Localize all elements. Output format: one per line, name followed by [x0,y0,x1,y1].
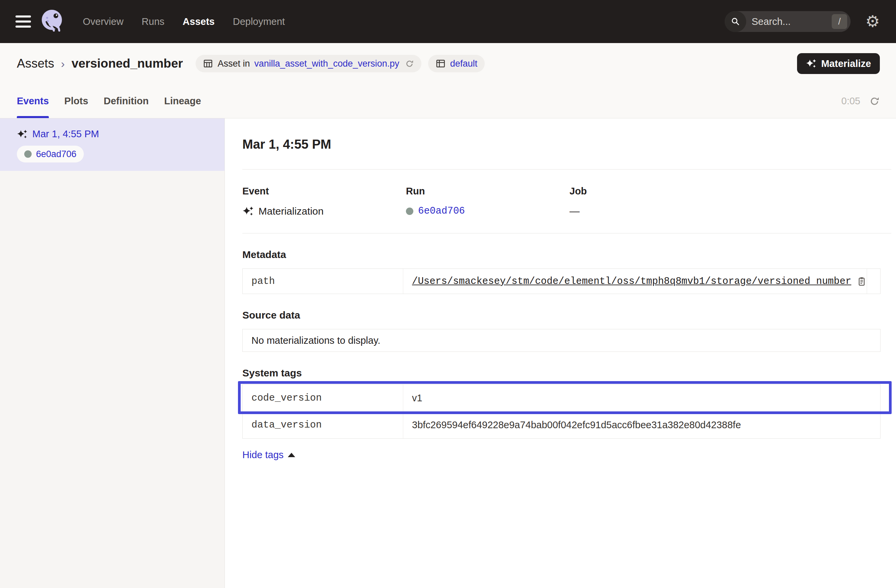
breadcrumb-chevron-icon: › [61,57,65,70]
event-list-item-selected[interactable]: Mar 1, 4:55 PM 6e0ad706 [0,119,224,171]
table-row: path /Users/smackesey/stm/code/elementl/… [243,269,880,294]
asset-tabs-row: Events Plots Definition Lineage 0:05 [0,84,896,119]
divider [242,233,891,234]
materialization-sparkle-icon [242,205,254,217]
table-grid-icon [203,59,213,68]
table-row-data-version: data_version 3bfc269594ef649228e9a74bab0… [243,412,880,438]
search-input[interactable] [751,16,815,27]
top-navigation: Overview Runs Assets Deployment [83,16,285,27]
events-sidebar: Mar 1, 4:55 PM 6e0ad706 [0,119,225,588]
nav-item-runs[interactable]: Runs [142,16,165,27]
asset-definition-pill: Asset in vanilla_asset_with_code_version… [195,55,421,72]
nav-item-overview[interactable]: Overview [83,16,123,27]
top-bar: Overview Runs Assets Deployment / ⚙ [0,0,896,43]
tab-definition[interactable]: Definition [104,84,149,118]
dagster-logo [40,8,66,35]
source-data-empty-text: No materializations to display. [251,335,380,346]
search-icon [725,11,746,32]
tag-key: code_version [243,384,403,412]
asset-pill-prefix: Asset in [218,59,250,69]
materialize-button[interactable]: Materialize [797,53,880,74]
event-summary: Event Materialization Run 6 [242,186,891,217]
event-type-value: Materialization [259,205,323,217]
table-row-code-version: code_version v1 [243,384,880,412]
system-tags-section-title: System tags [242,367,891,379]
copy-icon[interactable] [856,276,867,286]
metadata-section-title: Metadata [242,249,891,260]
run-column-label: Run [406,186,570,197]
system-tags-table: code_version v1 data_version 3bfc269594e… [242,384,881,439]
tab-lineage[interactable]: Lineage [164,84,201,118]
tab-events[interactable]: Events [17,84,49,118]
group-default-link[interactable]: default [450,59,477,69]
metadata-path-link[interactable]: /Users/smackesey/stm/code/elementl/oss/t… [412,276,851,287]
asset-file-link[interactable]: vanilla_asset_with_code_version.py [254,59,399,69]
tab-plots[interactable]: Plots [64,84,88,118]
settings-gear-icon[interactable]: ⚙ [866,14,880,30]
materialize-button-label: Materialize [821,58,871,69]
event-timestamp: Mar 1, 4:55 PM [32,129,99,140]
event-detail-panel: Mar 1, 4:55 PM Event Materialization [225,119,896,588]
hide-tags-label: Hide tags [242,450,284,460]
sparkle-icon [806,58,817,69]
metadata-key: path [243,269,403,294]
metadata-actions-cell [867,269,884,294]
tag-value: v1 [403,384,880,412]
metadata-table: path /Users/smackesey/stm/code/elementl/… [242,269,881,294]
event-column-label: Event [242,186,406,197]
menu-icon[interactable] [15,15,31,27]
asset-header: Assets › versioned_number Asset in vanil… [0,43,896,84]
run-id-link[interactable]: 6e0ad706 [418,205,465,217]
job-column-label: Job [570,186,733,197]
tag-key: data_version [243,412,403,438]
run-chip-id: 6e0ad706 [36,149,76,160]
tag-value: 3bfc269594ef649228e9a74bab00f042efc91d5a… [403,412,880,438]
divider [242,169,891,170]
hide-tags-toggle[interactable]: Hide tags [242,450,891,460]
source-data-empty-state: No materializations to display. [242,329,881,352]
run-chip[interactable]: 6e0ad706 [17,146,84,163]
materialization-sparkle-icon [17,129,27,140]
asset-group-pill: default [428,55,485,72]
breadcrumb-current-asset: versioned_number [72,56,183,71]
nav-item-deployment[interactable]: Deployment [233,16,285,27]
run-status-dot [24,150,32,158]
search-shortcut-badge: / [832,14,847,29]
run-status-dot [406,208,413,215]
job-empty-value: — [570,205,580,217]
search-box[interactable]: / [725,11,850,32]
event-heading: Mar 1, 4:55 PM [242,137,891,152]
breadcrumb-assets-link[interactable]: Assets [17,56,54,71]
source-data-section-title: Source data [242,310,891,321]
group-grid-icon [436,59,446,68]
refresh-icon[interactable] [869,96,880,106]
refresh-countdown: 0:05 [841,96,860,106]
collapse-arrow-icon [288,453,295,457]
reload-definition-icon[interactable] [405,59,414,68]
nav-item-assets[interactable]: Assets [183,16,215,27]
